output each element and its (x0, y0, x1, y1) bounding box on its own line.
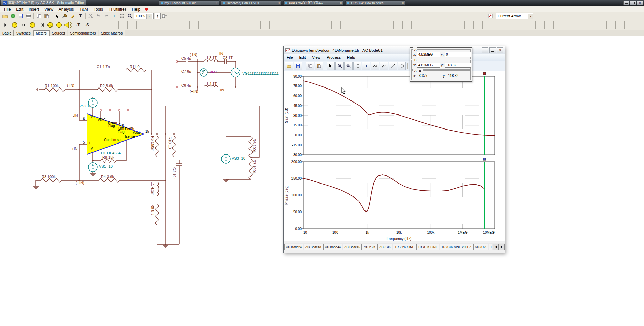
bode-line-button[interactable] (389, 62, 397, 70)
bode-menu-edit[interactable]: Edit (296, 55, 309, 59)
schematic-label[interactable]: -IN (73, 114, 78, 118)
print-button[interactable] (25, 13, 32, 19)
bode-tab-ac-3-3k[interactable]: AC-3.3K (377, 244, 392, 250)
schematic-label[interactable]: C3 1T (223, 56, 233, 60)
bode-maximize-button[interactable] (489, 47, 496, 53)
wattmeter-tool[interactable] (46, 21, 55, 29)
schematic-label[interactable]: VM1 (210, 70, 217, 74)
taskbar-tab[interactable]: OPA564: How to selec...× (345, 0, 405, 5)
bode-tab-ac-bode45[interactable]: AC Bode45 (343, 244, 362, 250)
cursor-b-y-field[interactable]: 118.32 (445, 63, 471, 68)
palette-tab-spice-macros[interactable]: Spice Macros (99, 30, 125, 36)
crosshair-button[interactable]: + (110, 13, 118, 19)
speaker-tool[interactable] (63, 21, 72, 29)
palette-tab-switches[interactable]: Switches (14, 30, 33, 36)
bode-ellipse-button[interactable] (398, 62, 406, 70)
tab-close-icon[interactable]: × (278, 1, 280, 5)
minimize-button[interactable] (623, 1, 629, 5)
schematic-label[interactable]: R7 100k (252, 160, 256, 174)
undo-button[interactable] (95, 13, 102, 19)
menu-insert[interactable]: Insert (26, 7, 42, 12)
schematic-label[interactable]: Vout (133, 131, 140, 134)
tab-close-icon[interactable]: × (340, 1, 342, 5)
bode-grid-button[interactable] (353, 62, 361, 70)
cursor-readout-panel[interactable]: A x: 4.82MEG y: 0 B x: 4.82MEG y: 118.32… (410, 47, 472, 82)
menu-tools[interactable]: Tools (91, 7, 106, 12)
schematic-label[interactable]: R4 3.6k (101, 175, 114, 179)
open-button[interactable] (1, 13, 9, 19)
schematic-label[interactable]: (+IN) (190, 90, 198, 93)
schematic-label[interactable]: R1 100k (45, 84, 59, 88)
ammeter-tool[interactable] (28, 21, 37, 29)
schematic-label[interactable]: C6 4p (181, 84, 191, 87)
schematic-label[interactable]: U1 OPA564 (101, 151, 121, 155)
vs3-source[interactable] (221, 154, 230, 163)
palette-tab-sources[interactable]: Sources (49, 30, 68, 36)
schematic-label[interactable]: VS3 -10 (232, 157, 245, 160)
schematic-label[interactable]: − (89, 119, 91, 122)
bode-menu-view[interactable]: View (309, 55, 324, 59)
bode-text-button[interactable]: T (362, 62, 370, 70)
cursor-b-x-field[interactable]: 4.82MEG (417, 63, 440, 68)
signal-analyzer-tool[interactable]: →S (81, 21, 90, 29)
schematic-label[interactable]: V (202, 69, 204, 73)
schematic-label[interactable]: Flag (108, 124, 115, 128)
zoom-select[interactable]: 100% ▼ (134, 13, 154, 19)
schematic-label[interactable]: R3 100k (42, 175, 56, 179)
tabs-scroll-left-button[interactable]: ◀ (493, 244, 499, 250)
palette-tab-meters[interactable]: Meters (33, 30, 49, 36)
schematic-label[interactable]: L1 4.1m (151, 182, 154, 195)
bode-copy-button[interactable] (306, 62, 314, 70)
display-mode-select[interactable]: Current Arrow ▼ (496, 13, 533, 19)
arrow-probe-tool[interactable] (37, 21, 46, 29)
schematic-label[interactable]: + (89, 141, 91, 145)
palette-tab-semiconductors[interactable]: Semiconductors (68, 30, 98, 36)
taskbar-tab[interactable]: Resolved] Can THVD1...× (221, 0, 281, 5)
ohmmeter-tool[interactable] (55, 21, 63, 29)
schematic-label[interactable]: R11 0 (130, 65, 140, 69)
menu-edit[interactable]: Edit (13, 7, 26, 12)
schematic-label[interactable]: 6 (83, 117, 85, 121)
schematic-label[interactable]: R10 10 (168, 137, 172, 149)
schematic-label[interactable]: 5 (83, 141, 85, 144)
schematic-label[interactable]: VS2 10 (79, 104, 91, 108)
tab-close-icon[interactable]: × (402, 1, 404, 5)
schematic-label[interactable]: VG11111111111111111 (242, 72, 279, 76)
taskbar-tab[interactable]: Bug 5702(6)-[打首页2...× (283, 0, 343, 5)
bode-pointer-button[interactable] (327, 62, 335, 70)
schematic-label[interactable]: C5 4p (181, 57, 191, 60)
tab-close-icon[interactable]: × (216, 1, 217, 5)
bode-menu-process[interactable]: Process (324, 55, 344, 59)
pencil-tool-button[interactable] (69, 13, 76, 19)
menu-file[interactable]: File (1, 7, 13, 12)
maximize-button[interactable] (630, 1, 636, 5)
schematic-label[interactable]: V+ (91, 115, 95, 119)
grid-toggle-button[interactable] (118, 13, 126, 19)
menu-t-m[interactable]: T&M (77, 7, 91, 12)
schematic-label[interactable]: +IN (218, 88, 224, 92)
schematic-label[interactable]: R8 15k (102, 155, 114, 159)
menu-help[interactable]: Help (129, 7, 143, 12)
schematic-label[interactable]: -IN (218, 52, 223, 55)
schematic-label[interactable]: VDIG (98, 118, 106, 122)
schematic-label[interactable]: C1 4.7n (97, 65, 110, 69)
ammeter-probe-tool[interactable] (19, 21, 28, 29)
bode-minimize-button[interactable] (482, 47, 488, 53)
bode-save-button[interactable] (294, 62, 302, 70)
bode-menu-help[interactable]: Help (344, 55, 358, 59)
cursor-a-x-field[interactable]: 4.82MEG (417, 52, 440, 57)
menu-ti-utilities[interactable]: TI Utilities (106, 7, 129, 12)
menu-view[interactable]: View (42, 7, 56, 12)
select-tool-button[interactable] (53, 13, 61, 19)
arrow-mode-button[interactable] (487, 13, 495, 19)
taskbar-app-button[interactable]: 驱动级TINA仿真-xy-AC-3.6K - Schematic Editor (1, 0, 86, 6)
bode-smooth-button[interactable] (371, 62, 379, 70)
thermometer-tool[interactable]: →T (72, 21, 81, 29)
schematic-label[interactable]: R2 3.6k (100, 84, 113, 88)
probe-tool[interactable] (1, 21, 10, 29)
bode-zoom-out-button[interactable] (344, 62, 353, 70)
schematic-label[interactable]: R9 8.5 (151, 204, 154, 215)
taskbar-tab[interactable]: my TI account 520 xin-...× (159, 0, 219, 5)
close-button[interactable]: × (637, 1, 643, 5)
bode-tab-ac-bode24[interactable]: AC Bode24 (284, 244, 303, 250)
